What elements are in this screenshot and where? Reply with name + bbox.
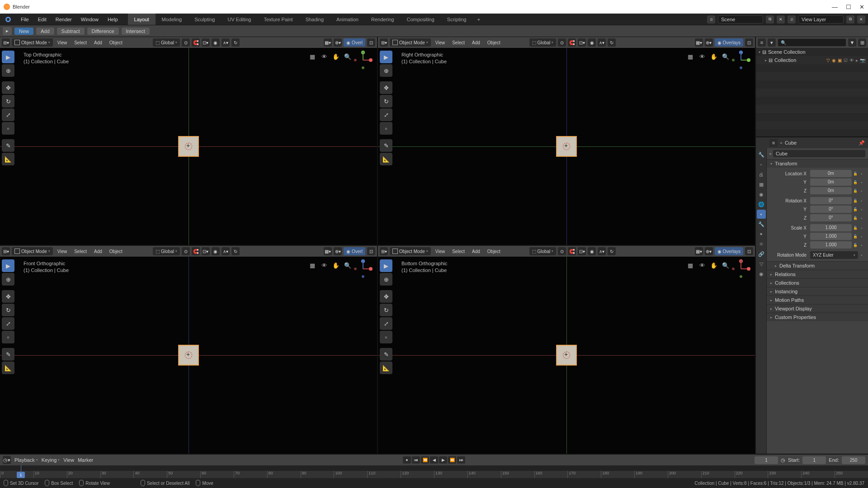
- view-menu[interactable]: View: [55, 40, 70, 45]
- select-box-tool[interactable]: ▶: [380, 51, 392, 63]
- mode-select[interactable]: Object Mode ▾: [12, 38, 53, 47]
- move-tool[interactable]: ✥: [2, 81, 14, 94]
- gizmo-toggle-icon[interactable]: ⊕▾: [705, 247, 713, 255]
- view-menu[interactable]: View: [433, 249, 448, 254]
- object-types-visibility-icon[interactable]: ▦▾: [695, 38, 703, 47]
- menu-window[interactable]: Window: [76, 14, 103, 25]
- timeline-playhead[interactable]: 1: [21, 465, 21, 478]
- workspace-compositing[interactable]: Compositing: [401, 14, 441, 25]
- viewlayer-new-button[interactable]: ⧉: [846, 15, 854, 23]
- overlays-toggle[interactable]: ◉ Overlays: [715, 38, 743, 47]
- preview-range-toggle[interactable]: ◷: [781, 457, 785, 463]
- workspace-animation[interactable]: Animation: [330, 14, 365, 25]
- pin-icon[interactable]: 📌: [858, 140, 865, 146]
- add-menu[interactable]: Add: [469, 40, 483, 45]
- disclosure-triangle-icon[interactable]: ▾: [759, 50, 760, 54]
- cube-object[interactable]: [178, 136, 199, 157]
- location-x-input[interactable]: 0m: [810, 170, 852, 177]
- rotation-x-input[interactable]: 0°: [810, 197, 852, 204]
- viewlayer-browse-icon[interactable]: ⎚: [788, 15, 796, 23]
- select-menu[interactable]: Select: [449, 249, 467, 254]
- zoom-icon[interactable]: 🔍: [344, 261, 352, 269]
- grid-icon[interactable]: ▦: [308, 52, 316, 61]
- proportional-edit-icon[interactable]: ◉: [588, 247, 596, 255]
- timeline-editor-type-icon[interactable]: ◷▾: [3, 456, 11, 464]
- gizmo-icon[interactable]: ↻: [608, 38, 616, 47]
- snap-type-icon[interactable]: ⊡▾: [202, 247, 210, 255]
- editor-type-icon[interactable]: ⊞▾: [2, 247, 10, 255]
- viewport-canvas[interactable]: ▶ ⊕ ✥ ↻ ⤢ ▫ ✎ 📐 Bottom Orthographic (1) …: [378, 257, 755, 454]
- cursor-tool[interactable]: ⊕: [380, 273, 392, 286]
- workspace-scripting[interactable]: Scripting: [441, 14, 473, 25]
- overlays-toggle[interactable]: ◉ Overl: [344, 38, 365, 47]
- annotate-tool[interactable]: ✎: [380, 139, 392, 152]
- measure-tool[interactable]: 📐: [380, 361, 392, 374]
- xray-icon[interactable]: ⊡: [367, 247, 375, 255]
- add-menu[interactable]: Add: [91, 40, 105, 45]
- prop-tab-render[interactable]: ▫: [757, 160, 766, 169]
- zoom-icon[interactable]: 🔍: [722, 261, 730, 269]
- proportional-falloff-icon[interactable]: ∧▾: [598, 38, 606, 47]
- pivot-icon[interactable]: ⊙: [558, 247, 566, 255]
- measure-tool[interactable]: 📐: [2, 361, 14, 374]
- object-types-visibility-icon[interactable]: ▦▾: [695, 247, 703, 255]
- select-box-tool[interactable]: ▶: [2, 259, 14, 272]
- pan-icon[interactable]: ✋: [710, 52, 718, 61]
- minimize-button[interactable]: —: [832, 4, 838, 10]
- panel-collections-header[interactable]: ▸Collections: [767, 278, 868, 287]
- app-icon[interactable]: [4, 15, 13, 24]
- snap-toggle-icon[interactable]: 🧲: [568, 38, 576, 47]
- navigation-gizmo[interactable]: Y: [354, 51, 373, 70]
- camera-view-icon[interactable]: 👁: [320, 52, 328, 61]
- lock-icon[interactable]: 🔓: [853, 216, 858, 220]
- proportional-edit-icon[interactable]: ◉: [588, 38, 596, 47]
- annotate-tool[interactable]: ✎: [2, 348, 14, 361]
- outliner-editor-type-icon[interactable]: ≡: [758, 38, 766, 47]
- gizmo-icon[interactable]: ↻: [608, 247, 616, 255]
- select-menu[interactable]: Select: [449, 40, 467, 45]
- play-reverse-button[interactable]: ◀: [430, 456, 438, 464]
- prop-tab-particles[interactable]: ✦: [757, 230, 766, 239]
- lock-icon[interactable]: 🔓: [853, 207, 858, 211]
- exclude-checkbox[interactable]: ☑: [844, 58, 848, 63]
- keying-menu[interactable]: Keying▾: [42, 457, 60, 463]
- orientation-select[interactable]: ⬚ Global ▾: [529, 247, 557, 255]
- gizmo-toggle-icon[interactable]: ⊕▾: [705, 38, 713, 47]
- workspace-rendering[interactable]: Rendering: [365, 14, 401, 25]
- orientation-select[interactable]: ⬚ Global ▾: [153, 38, 180, 47]
- scale-tool[interactable]: ⤢: [380, 108, 392, 121]
- mode-select[interactable]: Object Mode ▾: [390, 38, 431, 47]
- play-button[interactable]: ▶: [439, 456, 447, 464]
- disable-render-icon[interactable]: 📷: [860, 58, 865, 63]
- scale-tool[interactable]: ⤢: [380, 317, 392, 330]
- measure-tool[interactable]: 📐: [2, 153, 14, 165]
- viewport-canvas[interactable]: ▶ ⊕ ✥ ↻ ⤢ ▫ ✎ 📐 Top Orthographic (1) Col…: [0, 48, 377, 245]
- scene-new-button[interactable]: ⧉: [766, 15, 774, 23]
- proportional-falloff-icon[interactable]: ∧▾: [222, 38, 230, 47]
- location-z-input[interactable]: 0m: [810, 187, 852, 194]
- jump-end-button[interactable]: ⏭: [457, 456, 465, 464]
- cursor-tool[interactable]: ⊕: [2, 273, 14, 286]
- playback-menu[interactable]: Playback▾: [14, 457, 38, 463]
- viewport-canvas[interactable]: ▶ ⊕ ✥ ↻ ⤢ ▫ ✎ 📐 Right Orthographic (1) C…: [378, 48, 755, 245]
- prop-tab-tool[interactable]: 🔧: [757, 150, 766, 159]
- zoom-icon[interactable]: 🔍: [344, 52, 352, 61]
- rotate-tool[interactable]: ↻: [380, 304, 392, 316]
- transform-tool[interactable]: ▫: [380, 331, 392, 343]
- viewlayer-name-field[interactable]: View Layer: [798, 15, 844, 23]
- cursor-tool[interactable]: ⊕: [2, 64, 14, 77]
- jump-start-button[interactable]: ⏮: [412, 456, 420, 464]
- snap-toggle-icon[interactable]: 🧲: [192, 38, 200, 47]
- disclosure-triangle-icon[interactable]: ▸: [765, 58, 767, 62]
- lock-icon[interactable]: 🔓: [853, 199, 858, 203]
- transform-tool[interactable]: ▫: [380, 122, 392, 135]
- xray-icon[interactable]: ⊡: [745, 38, 753, 47]
- timeline-track[interactable]: 0102030405060708090100110120130140150160…: [0, 465, 868, 478]
- active-tool-icon[interactable]: ▸: [3, 27, 12, 35]
- menu-edit[interactable]: Edit: [33, 14, 51, 25]
- camera-view-icon[interactable]: 👁: [320, 261, 328, 269]
- pivot-icon[interactable]: ⊙: [182, 38, 190, 47]
- xray-icon[interactable]: ⊡: [367, 38, 375, 47]
- grid-icon[interactable]: ▦: [686, 261, 694, 269]
- proportional-falloff-icon[interactable]: ∧▾: [222, 247, 230, 255]
